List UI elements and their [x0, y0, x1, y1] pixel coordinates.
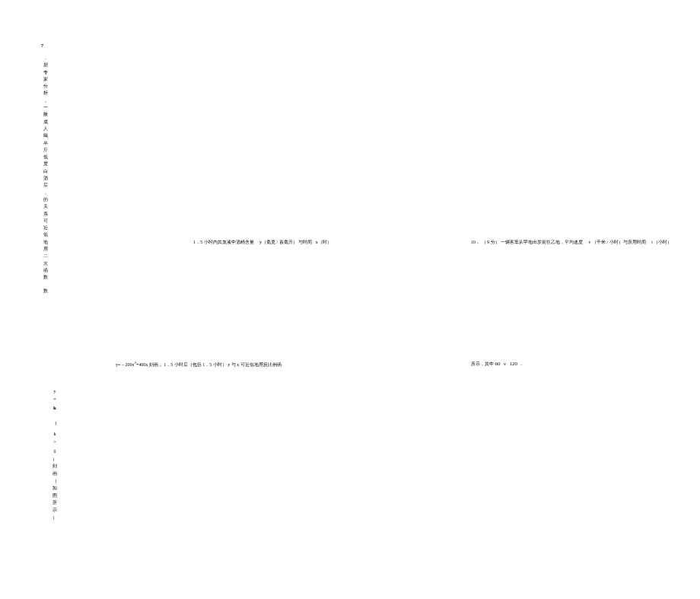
question-10-text: 10． （ 9 分） 一辆客车从甲地出发前往乙地，平均速度 v （千米 / 小时… [471, 239, 672, 246]
question-7-number: 7 [41, 43, 43, 48]
question-7-vertical-formula: y = k （ k ＞ 0 ） 刻 画 （ 如 图 所 示 ） [52, 388, 58, 521]
question-7-formula-line: y= – 200x2+400x 刻画； 1．5 小时后（包括 1．5 小时） y… [116, 361, 282, 368]
question-7-vertical-text: ． 据 专 家 分 析 ， 一 般 成 人 喝 半 斤 低 度 白 酒 后 ， … [42, 55, 49, 295]
question-7-line-1: 1．5 小时内其血液中酒精含量 y（毫克 / 百毫升） 与时间 x（时） [193, 239, 332, 246]
question-10-range-text: 所示，其中 60 v 120 ． [471, 361, 523, 368]
